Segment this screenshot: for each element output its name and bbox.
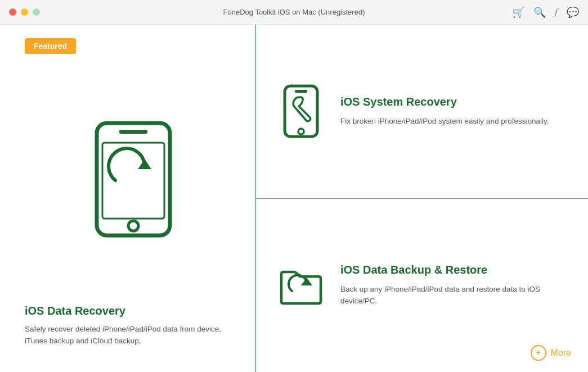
phone-icon-area [25,60,242,299]
window-title: FoneDog Toolkit iOS on Mac (Unregistered… [223,8,365,16]
left-feature-title: iOS Data Recovery [25,305,242,317]
system-recovery-icon-area [279,83,324,139]
maximize-button[interactable] [33,8,40,16]
share-icon[interactable]: 𝑓 [555,6,558,18]
left-feature-description: Safely recover deleted iPhone/iPad/iPod … [25,323,242,347]
left-panel: Featured iOS [0,25,256,372]
backup-restore-description: Back up any iPhone/iPad/iPod data and re… [340,283,565,307]
window-controls [9,8,40,16]
backup-restore-icon-area [279,263,324,308]
title-icons: 🛒 🔍 𝑓 💬 [512,6,579,19]
svg-rect-6 [295,90,307,93]
minimize-button[interactable] [21,8,28,16]
svg-point-2 [128,221,138,231]
system-recovery-item[interactable]: iOS System Recovery Fix broken iPhone/iP… [256,25,588,199]
title-bar: FoneDog Toolkit iOS on Mac (Unregistered… [0,0,588,25]
more-circle-icon: + [531,345,546,361]
phone-recovery-icon [86,117,181,241]
more-label: More [551,348,571,358]
svg-marker-8 [301,278,312,285]
svg-rect-1 [119,130,147,134]
svg-marker-4 [138,159,151,169]
right-panel: iOS System Recovery Fix broken iPhone/iP… [256,25,588,372]
close-button[interactable] [9,8,16,16]
wrench-phone-icon [280,83,322,139]
main-content: Featured iOS [0,25,588,372]
svg-point-7 [298,129,304,134]
featured-badge: Featured [25,38,76,54]
cart-icon[interactable]: 🛒 [512,6,524,19]
backup-restore-text: iOS Data Backup & Restore Back up any iP… [340,264,565,307]
more-button[interactable]: + More [531,345,571,361]
system-recovery-title: iOS System Recovery [340,96,565,108]
backup-restore-title: iOS Data Backup & Restore [340,264,565,276]
system-recovery-text: iOS System Recovery Fix broken iPhone/iP… [340,96,565,128]
system-recovery-description: Fix broken iPhone/iPad/iPod system easil… [340,115,565,128]
search-icon[interactable]: 🔍 [533,6,546,19]
left-feature-info: iOS Data Recovery Safely recover deleted… [25,299,242,359]
chat-icon[interactable]: 💬 [567,6,579,19]
folder-sync-icon [279,263,324,308]
